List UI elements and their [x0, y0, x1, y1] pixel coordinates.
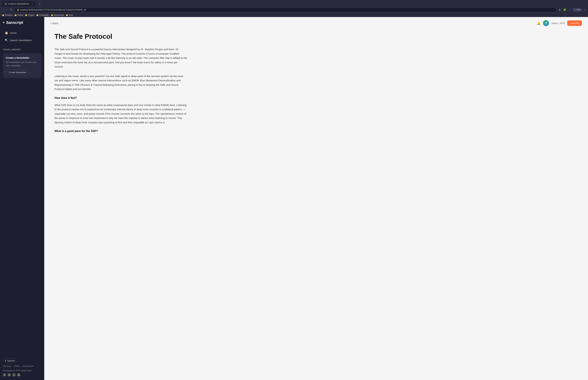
article-content: The Safe Protocol The Safe and Sound Pro… — [44, 29, 197, 146]
folder-icon: 📁 — [25, 14, 27, 16]
library-title: Your Library — [3, 48, 41, 51]
user-address: 0xfee1...8170 — [551, 22, 565, 24]
active-tab[interactable]: localhost:3000/0x624981477F... × — [2, 1, 36, 6]
language-label: Spanish — [7, 360, 15, 362]
library-section: Your Library Create a Newsletter No news… — [3, 48, 41, 358]
card-heading: Create a Newsletter — [6, 56, 38, 59]
language-selector[interactable]: ▾ Spanish — [3, 358, 17, 363]
menu-button[interactable]: ≡ — [583, 8, 586, 12]
bell-icon[interactable]: 🔔 — [537, 21, 541, 25]
extensions-button[interactable]: 🧩 — [563, 8, 567, 12]
card-description: No newsletters yet! Create your own news… — [6, 60, 38, 67]
bookmarks-bar: 📁 Finance 📁 Social 📁 Crypto 📁 Contabilit… — [0, 13, 588, 17]
folder-icon: 📁 — [36, 14, 39, 16]
address-bar[interactable]: 🔒 localhost:3000/0x624981477F92758702D4B… — [14, 8, 557, 12]
article-section1-heading: How does it feel? — [55, 96, 187, 99]
bookmark-axie[interactable]: 📁 Axie — [66, 14, 73, 16]
lens-icon[interactable]: ○ — [12, 373, 16, 377]
sidebar-item-home[interactable]: 🏠 Home — [3, 30, 41, 36]
bookmark-label: Crypto — [28, 14, 34, 16]
sidebar-nav: 🏠 Home 🔍 Search Newsletters — [3, 30, 41, 43]
sidebar-item-search[interactable]: 🔍 Search Newsletters — [3, 37, 41, 43]
app-container: + Sanscript 🏠 Home 🔍 Search Newsletters … — [0, 17, 588, 380]
folder-icon: 📁 — [15, 14, 17, 16]
footer-link-discord[interactable]: Join Discord — [22, 365, 33, 367]
content-header: < Back 🔔 🌍 0xfee1...8170 Log Out — [44, 17, 588, 29]
logo-icon: + — [3, 21, 5, 25]
bookmark-label: Finance — [5, 14, 12, 16]
article-paragraph-2: Listening to the music sends a very powe… — [55, 74, 187, 91]
tab-title: localhost:3000/0x624981477F... — [8, 3, 31, 5]
mirror-icon[interactable]: Ⓜ — [17, 373, 20, 377]
footer-link-github[interactable]: Github — [14, 365, 20, 367]
forward-nav-button[interactable]: › — [6, 8, 8, 12]
footer-brand: Developed on ETH Global Paris — [3, 369, 41, 372]
bookmark-label: Contability — [39, 14, 49, 16]
sidebar-logo: + Sanscript — [3, 20, 41, 25]
footer-social: 𝕏 ⊙ ○ Ⓜ — [3, 373, 41, 377]
tab-bar: localhost:3000/0x624981477F... × + — [0, 0, 588, 6]
bookmark-social[interactable]: 📁 Social — [15, 14, 23, 16]
new-tab-button[interactable]: + — [38, 1, 42, 6]
browser-chrome: localhost:3000/0x624981477F... × + ‹ › ↻… — [0, 0, 588, 17]
tab-close-button[interactable]: × — [32, 3, 33, 5]
reload-button[interactable]: ↻ — [9, 7, 13, 12]
tab-favicon — [5, 3, 7, 5]
sidebar: + Sanscript 🏠 Home 🔍 Search Newsletters … — [0, 17, 44, 380]
sidebar-item-label: Home — [10, 32, 17, 34]
share-button[interactable]: ⬆ — [558, 8, 561, 12]
bookmark-contability[interactable]: 📁 Contability — [36, 14, 49, 16]
sidebar-footer: ▾ Spanish The team Github Join Discord D… — [3, 358, 41, 377]
chevron-down-icon: ▾ — [5, 360, 6, 362]
bookmark-humanode[interactable]: 📁 Humanode — [51, 14, 64, 16]
logo-text: Sanscript — [6, 20, 23, 25]
back-button[interactable]: < Back — [50, 22, 58, 25]
article-section2-heading: What is a good pace for the SSP? — [55, 130, 187, 133]
bookmark-label: Humanode — [54, 14, 64, 16]
address-bar-row: ‹ › ↻ 🔒 localhost:3000/0x624981477F92758… — [0, 6, 588, 13]
search-icon: 🔍 — [5, 38, 8, 42]
bookmark-label: Axie — [69, 14, 73, 16]
avatar: 🌍 — [543, 20, 549, 26]
create-newsletter-card: Create a Newsletter No newsletters yet! … — [3, 53, 41, 78]
sidebar-item-label: Search Newsletters — [10, 39, 32, 42]
create-newsletter-button[interactable]: Create Newsletter — [6, 70, 29, 75]
github-icon[interactable]: ⊙ — [7, 373, 11, 377]
logout-button[interactable]: Log Out — [567, 20, 582, 26]
browser-actions: ⬆ 🧩 ☆ ⬡ VPN ≡ — [558, 8, 586, 12]
bookmark-crypto[interactable]: 📁 Crypto — [25, 14, 34, 16]
header-right: 🔔 🌍 0xfee1...8170 Log Out — [537, 20, 582, 26]
back-nav-button[interactable]: ‹ — [2, 8, 4, 12]
url-text: localhost:3000/0x624981477F92758702D4BFc… — [20, 9, 554, 11]
bookmark-button[interactable]: ☆ — [568, 8, 571, 12]
article-title: The Safe Protocol — [55, 33, 187, 40]
footer-link-team[interactable]: The team — [3, 365, 11, 367]
folder-icon: 📁 — [66, 14, 68, 16]
main-content: < Back 🔔 🌍 0xfee1...8170 Log Out The Saf… — [44, 17, 588, 380]
footer-links: The team Github Join Discord — [3, 365, 41, 367]
home-icon: 🏠 — [5, 31, 8, 35]
article-section1-para: What SSP does in my body feels the same … — [55, 103, 187, 125]
bookmark-label: Social — [18, 14, 23, 16]
folder-icon: 📁 — [2, 14, 4, 16]
twitter-icon[interactable]: 𝕏 — [3, 373, 6, 377]
folder-icon: 📁 — [51, 14, 53, 16]
lock-icon: 🔒 — [17, 9, 19, 11]
bookmark-finance[interactable]: 📁 Finance — [2, 14, 12, 16]
article-paragraph-1: The Safe and Sound Protocol is a powerfu… — [55, 47, 187, 69]
vpn-badge[interactable]: ⬡ VPN — [572, 8, 582, 12]
